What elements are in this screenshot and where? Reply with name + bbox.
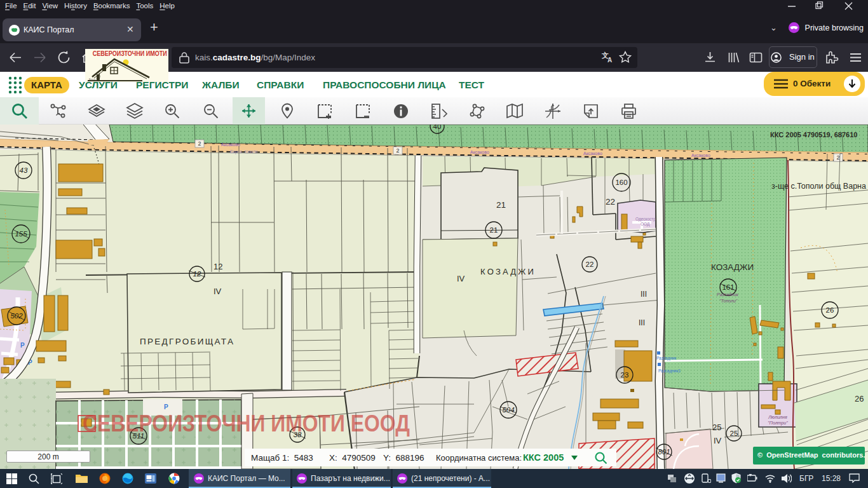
svg-text:"Тополи": "Тополи" <box>719 299 738 303</box>
svg-text:P: P <box>20 342 25 349</box>
svg-text:III: III <box>639 318 645 327</box>
svg-text:25: 25 <box>730 430 738 437</box>
svg-text:КОЗАДЖИ: КОЗАДЖИ <box>480 267 536 276</box>
svg-text:P: P <box>164 403 168 410</box>
svg-text:21: 21 <box>490 226 498 234</box>
svg-text:21: 21 <box>496 200 506 210</box>
svg-text:160: 160 <box>615 179 627 186</box>
svg-text:2: 2 <box>396 147 399 154</box>
svg-text:2: 2 <box>836 154 839 161</box>
svg-text:12: 12 <box>214 262 222 271</box>
svg-text:Разсадник: Разсадник <box>656 356 676 361</box>
svg-text:Разсадник3: Разсадник3 <box>658 369 681 374</box>
svg-text:"Полтри": "Полтри" <box>768 421 788 426</box>
svg-text:25: 25 <box>712 423 721 432</box>
svg-text:A: A <box>607 57 612 64</box>
svg-text:Аксаково: Аксаково <box>470 150 489 154</box>
svg-text:ООД: ООД <box>641 222 650 227</box>
svg-text:IV: IV <box>214 287 222 296</box>
svg-text:з-ще с.Тополи общ Варна: з-ще с.Тополи общ Варна <box>771 182 866 191</box>
svg-text:Варна: Варна <box>89 78 95 81</box>
svg-text:IV: IV <box>714 436 722 445</box>
svg-text:Разсадник: Разсадник <box>717 292 739 297</box>
svg-text:22: 22 <box>606 197 615 207</box>
svg-text:IV: IV <box>457 274 465 283</box>
svg-text:Варна тополи: Варна тополи <box>230 149 258 154</box>
svg-text:Люпилня: Люпилня <box>768 415 787 419</box>
svg-text:ПРЕДГРОБИЩАТА: ПРЕДГРОБИЩАТА <box>140 337 234 346</box>
svg-text:26: 26 <box>855 394 864 403</box>
svg-text:22: 22 <box>586 261 594 268</box>
svg-text:КОЗАДЖИ: КОЗАДЖИ <box>711 262 754 272</box>
svg-text:Аксаково: Аксаково <box>221 142 240 147</box>
svg-text:Аксаково: Аксаково <box>583 151 602 156</box>
svg-text:ККС 2005 4790519, 687610: ККС 2005 4790519, 687610 <box>770 131 857 139</box>
svg-text:40: 40 <box>433 125 442 130</box>
svg-text:III: III <box>641 290 647 299</box>
svg-text:26: 26 <box>826 306 834 314</box>
svg-text:Аксаково: Аксаково <box>691 153 710 158</box>
svg-text:43: 43 <box>20 166 28 174</box>
svg-text:2: 2 <box>198 140 201 147</box>
svg-text:23: 23 <box>621 371 629 379</box>
